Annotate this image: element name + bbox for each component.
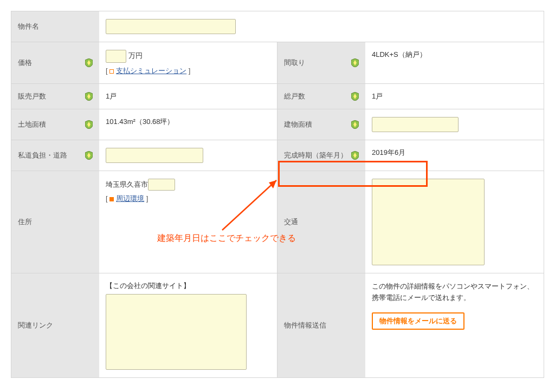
label-text: 物件情報送信 — [284, 321, 359, 330]
info-send-desc: この物件の詳細情報をパソコンやスマートフォン、携帯電話にメールで送れます。 — [372, 281, 537, 304]
value-layout: 4LDK+S（納戸） — [365, 42, 544, 83]
completion-value: 2019年6月 — [372, 148, 405, 158]
address-prefix: 埼玉県久喜市 — [106, 180, 148, 190]
value-name — [99, 11, 544, 42]
label-text: 販売戸数 — [18, 92, 85, 101]
label-text: 私道負担・道路 — [18, 151, 85, 160]
value-address: 埼玉県久喜市 [ 周辺環境 ] — [99, 171, 278, 273]
shield-icon — [85, 120, 93, 129]
sales-units-value: 1戸 — [106, 92, 117, 101]
input-building-area[interactable] — [372, 117, 459, 132]
label-completion: 完成時期（築年月） — [278, 140, 365, 171]
land-area-value: 101.43m²（30.68坪） — [106, 117, 174, 127]
price-unit: 万円 — [128, 51, 143, 60]
label-private-road: 私道負担・道路 — [11, 140, 99, 171]
value-building-area — [365, 109, 544, 140]
label-layout: 間取り — [278, 42, 365, 83]
total-units-value: 1戸 — [372, 92, 383, 101]
label-text: 住所 — [18, 217, 93, 227]
shield-icon — [351, 120, 359, 129]
link-simulation[interactable]: 支払シミュレーション — [116, 67, 186, 75]
shield-icon — [351, 58, 359, 67]
value-related: 【この会社の関連サイト】 — [99, 273, 278, 377]
label-text: 土地面積 — [18, 120, 85, 129]
value-info-send: この物件の詳細情報をパソコンやスマートフォン、携帯電話にメールで送れます。 物件… — [365, 273, 544, 377]
label-address: 住所 — [11, 171, 99, 273]
label-name: 物件名 — [11, 11, 99, 42]
input-address[interactable] — [148, 179, 175, 191]
label-text: 価格 — [18, 58, 85, 68]
bullet-icon — [109, 69, 114, 74]
label-sales-units: 販売戸数 — [11, 84, 99, 109]
value-transport — [365, 171, 544, 273]
label-total-units: 総戸数 — [278, 84, 365, 109]
label-price: 価格 — [11, 42, 99, 83]
label-info-send: 物件情報送信 — [278, 273, 365, 377]
value-completion: 2019年6月 — [365, 140, 544, 171]
label-text: 関連リンク — [18, 321, 93, 330]
label-text: 物件名 — [18, 22, 93, 31]
label-land-area: 土地面積 — [11, 109, 99, 140]
value-total-units: 1戸 — [365, 84, 544, 109]
layout-value: 4LDK+S（納戸） — [372, 50, 427, 60]
label-transport: 交通 — [278, 171, 365, 273]
label-text: 交通 — [284, 217, 359, 227]
value-land-area: 101.43m²（30.68坪） — [99, 109, 278, 140]
property-table: 物件名 価格 万円 [ 支払シミュレーション ] 間取り 4LDK+S（納戸） — [11, 11, 544, 378]
label-text: 間取り — [284, 58, 351, 68]
label-related: 関連リンク — [11, 273, 99, 377]
shield-icon — [85, 92, 93, 101]
link-environment[interactable]: 周辺環境 — [116, 194, 144, 202]
bullet-icon — [109, 197, 114, 201]
input-private-road[interactable] — [106, 148, 203, 163]
label-building-area: 建物面積 — [278, 109, 365, 140]
shield-icon — [85, 58, 93, 67]
label-text: 総戸数 — [284, 92, 351, 101]
shield-icon — [351, 151, 359, 160]
value-private-road — [99, 140, 278, 171]
shield-icon — [85, 151, 93, 160]
input-transport[interactable] — [372, 179, 485, 265]
value-sales-units: 1戸 — [99, 84, 278, 109]
shield-icon — [351, 92, 359, 101]
input-name[interactable] — [106, 19, 236, 34]
related-heading: 【この会社の関連サイト】 — [106, 281, 190, 291]
label-text: 完成時期（築年月） — [284, 151, 351, 160]
input-related[interactable] — [106, 294, 247, 370]
input-price[interactable] — [106, 50, 126, 63]
value-price: 万円 [ 支払シミュレーション ] — [99, 42, 278, 83]
send-mail-button[interactable]: 物件情報をメールに送る — [372, 312, 464, 330]
label-text: 建物面積 — [284, 120, 351, 129]
